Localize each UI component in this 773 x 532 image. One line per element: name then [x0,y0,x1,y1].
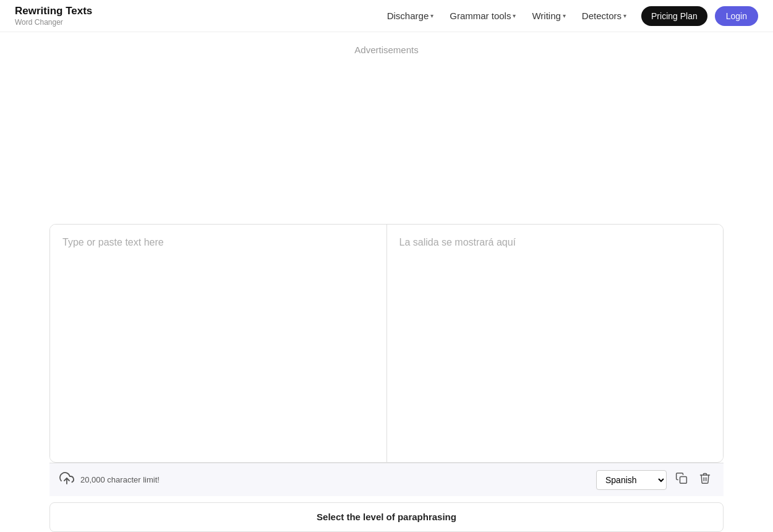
advertisements-label: Advertisements [354,45,418,55]
level-section: Select the level of paraphrasing [49,502,724,532]
level-title: Select the level of paraphrasing [317,512,456,522]
delete-button[interactable] [696,470,714,490]
chevron-down-icon: ▾ [430,12,433,19]
advertisements-area: Advertisements [0,32,773,224]
input-panel [50,225,387,462]
pricing-plan-button[interactable]: Pricing Plan [641,6,707,26]
brand-subtitle: Word Changer [15,18,92,27]
bottom-bar-left: 20,000 character limit! [59,471,160,489]
nav-writing[interactable]: Writing ▾ [526,7,571,25]
output-text: La salida se mostrará aquí [387,225,724,460]
main-nav: Discharge ▾ Grammar tools ▾ Writing ▾ De… [381,6,758,26]
bottom-bar: 20,000 character limit! Spanish English … [49,463,724,496]
nav-grammar-tools[interactable]: Grammar tools ▾ [443,7,522,25]
text-input[interactable] [50,225,386,460]
svg-rect-1 [680,477,687,484]
login-button[interactable]: Login [715,6,758,26]
chevron-down-icon: ▾ [513,12,516,19]
header: Rewriting Texts Word Changer Discharge ▾… [0,0,773,32]
nav-discharge[interactable]: Discharge ▾ [381,7,440,25]
panels-wrapper: La salida se mostrará aquí [49,224,724,463]
copy-button[interactable] [673,470,690,490]
chevron-down-icon: ▾ [623,12,626,19]
tool-container: La salida se mostrará aquí 20,000 charac… [49,224,724,532]
language-select[interactable]: Spanish English French German Italian Po… [596,470,667,490]
chevron-down-icon: ▾ [563,12,566,19]
brand: Rewriting Texts Word Changer [15,5,92,27]
char-limit-label: 20,000 character limit! [80,475,160,484]
nav-detectors[interactable]: Detectors ▾ [576,7,633,25]
bottom-bar-right: Spanish English French German Italian Po… [596,470,714,490]
output-panel: La salida se mostrará aquí [387,225,724,462]
brand-title: Rewriting Texts [15,5,92,17]
upload-icon [59,471,74,489]
